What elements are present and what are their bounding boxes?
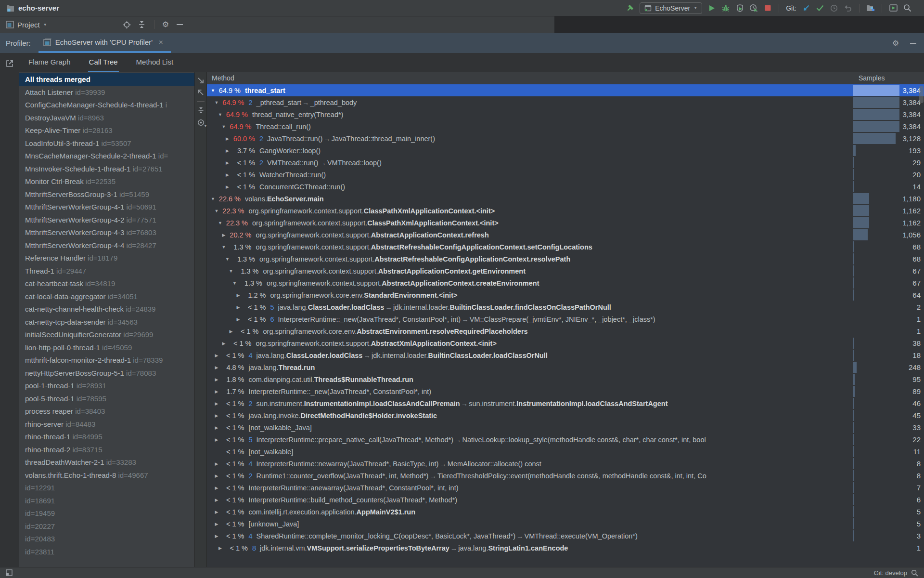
call-tree-row[interactable]: ▶< 1 %WatcherThread::run()20: [207, 169, 924, 181]
thread-list-item[interactable]: id=20483: [19, 533, 194, 546]
collapsed-arrow-icon[interactable]: ▶: [213, 413, 220, 418]
call-tree-row[interactable]: ▶60.0 %2JavaThread::run() → JavaThread::…: [207, 132, 924, 144]
collapsed-arrow-icon[interactable]: ▶: [213, 401, 220, 406]
collapsed-arrow-icon[interactable]: ▶: [213, 425, 220, 430]
vertical-scrollbar[interactable]: [919, 86, 924, 103]
call-tree-row[interactable]: ▶20.2 %org.springframework.context.suppo…: [207, 229, 924, 241]
call-tree-row[interactable]: ▶< 1 %4java.lang.ClassLoader.loadClass →…: [207, 349, 924, 361]
call-tree-row[interactable]: ▶< 1 %5java.lang.ClassLoader.loadClass →…: [207, 301, 924, 313]
collapsed-arrow-icon[interactable]: ▶: [235, 305, 242, 310]
settings-gear-icon[interactable]: ⚙: [162, 21, 169, 28]
collapsed-arrow-icon[interactable]: ▶: [213, 437, 220, 442]
view-options-icon[interactable]: ▼: [197, 119, 205, 126]
collapsed-arrow-icon[interactable]: ▶: [213, 389, 220, 394]
collapsed-arrow-icon[interactable]: ▶: [220, 233, 228, 237]
call-tree-row[interactable]: ▼22.3 %org.springframework.context.suppo…: [207, 205, 924, 217]
thread-list-item[interactable]: cat-local-data-aggregator id=34051: [19, 290, 194, 303]
thread-list-item[interactable]: MtthriftServerWorkerGroup-4-4 id=28427: [19, 239, 194, 252]
thread-list-item[interactable]: rhino-thread-1 id=84995: [19, 431, 194, 444]
call-tree-row[interactable]: ▼22.6 %volans.EchoServer.main1,180: [207, 193, 924, 205]
rollback-icon[interactable]: [844, 4, 852, 13]
profile-icon[interactable]: [749, 4, 758, 13]
expanded-arrow-icon[interactable]: ▼: [220, 245, 228, 250]
thread-list-item[interactable]: id=20227: [19, 520, 194, 533]
thread-list-item[interactable]: mtthrift-falcon-monitor-2-thread-1 id=78…: [19, 354, 194, 367]
build-hammer-icon[interactable]: [626, 4, 634, 13]
expanded-arrow-icon[interactable]: ▼: [224, 257, 231, 262]
collapsed-arrow-icon[interactable]: ▶: [228, 329, 235, 334]
collapsed-arrow-icon[interactable]: ▶: [235, 317, 242, 322]
thread-list-item[interactable]: Reference Handler id=18179: [19, 252, 194, 265]
thread-list-item[interactable]: LoadInfoUtil-3-thread-1 id=53507: [19, 137, 194, 150]
stop-icon[interactable]: [763, 4, 772, 13]
history-icon[interactable]: [830, 4, 838, 13]
services-icon[interactable]: [889, 4, 898, 13]
call-tree-row[interactable]: ▶4.8 %java.lang.Thread.run248: [207, 361, 924, 373]
collapsed-arrow-icon[interactable]: ▶: [213, 353, 220, 358]
call-tree-row[interactable]: ▼64.9 %Thread::call_run()3,384: [207, 120, 924, 132]
collapsed-arrow-icon[interactable]: ▶: [224, 160, 231, 165]
thread-list-item[interactable]: id=18691: [19, 495, 194, 508]
call-tree-row[interactable]: ▶< 1 %org.springframework.core.env.Abstr…: [207, 325, 924, 337]
collapsed-arrow-icon[interactable]: ▶: [213, 510, 220, 514]
call-tree-row[interactable]: ▶< 1 %InterpreterRuntime::anewarray(Java…: [207, 482, 924, 494]
thread-list-item[interactable]: Keep-Alive-Timer id=28163: [19, 124, 194, 137]
call-tree-row[interactable]: ▶< 1 %5InterpreterRuntime::prepare_nativ…: [207, 434, 924, 446]
project-selector[interactable]: Project: [17, 21, 40, 29]
call-tree-row[interactable]: ▶< 1 %[unknown_Java]5: [207, 518, 924, 530]
thread-list-item[interactable]: lion-http-poll-0-thread-1 id=45059: [19, 342, 194, 355]
thread-list-item[interactable]: cat-netty-tcp-data-sender id=34563: [19, 316, 194, 329]
thread-list-item[interactable]: MnsInvoker-Schedule-1-thread-1 id=27651: [19, 163, 194, 176]
call-tree-row[interactable]: ▶< 1 %java.lang.invoke.DirectMethodHandl…: [207, 409, 924, 421]
call-tree-row[interactable]: ▶< 1 %2VMThread::run() → VMThread::loop(…: [207, 157, 924, 169]
tab-flame-graph[interactable]: Flame Graph: [27, 53, 72, 72]
collapse-all-icon[interactable]: [138, 20, 146, 29]
thread-list-item[interactable]: DestroyJavaVM id=8963: [19, 112, 194, 125]
call-tree-row[interactable]: ▶3.7 %GangWorker::loop()193: [207, 144, 924, 157]
open-in-new-window-icon[interactable]: [6, 60, 13, 67]
call-tree-row[interactable]: ▶< 1 %4InterpreterRuntime::newarray(Java…: [207, 458, 924, 470]
collapsed-arrow-icon[interactable]: ▶: [213, 461, 220, 466]
coverage-icon[interactable]: [735, 4, 744, 13]
thread-list-item[interactable]: process reaper id=38403: [19, 405, 194, 418]
collapsed-arrow-icon[interactable]: ▶: [224, 184, 231, 189]
toolwindow-toggle-icon[interactable]: [6, 569, 13, 576]
call-tree-row[interactable]: ▶< 1 %org.springframework.context.suppor…: [207, 337, 924, 349]
call-tree-row[interactable]: ▶1.2 %org.springframework.core.env.Stand…: [207, 289, 924, 301]
call-tree-row[interactable]: ▶< 1 %com.intellij.rt.execution.applicat…: [207, 506, 924, 518]
thread-list-item[interactable]: Thread-1 id=29447: [19, 265, 194, 278]
thread-list-item[interactable]: All threads merged: [19, 73, 194, 86]
locate-icon[interactable]: [123, 20, 131, 29]
tab-call-tree[interactable]: Call Tree: [88, 53, 119, 72]
thread-list-item[interactable]: pool-1-thread-1 id=28931: [19, 380, 194, 393]
hide-icon[interactable]: [909, 39, 917, 48]
call-tree-row[interactable]: ▶< 1 %ConcurrentGCThread::run()14: [207, 181, 924, 193]
call-tree-row[interactable]: ▼22.3 %org.springframework.context.suppo…: [207, 217, 924, 229]
thread-list-item[interactable]: cat-heartbeat-task id=34819: [19, 277, 194, 290]
arrow-down-right-icon[interactable]: [197, 77, 204, 84]
thread-list-item[interactable]: rhino-thread-2 id=83715: [19, 444, 194, 457]
call-tree-row[interactable]: ▶1.7 %InterpreterRuntime::_new(JavaThrea…: [207, 385, 924, 397]
thread-list-item[interactable]: ConfigCacheManager-Schedule-4-thread-1 i: [19, 99, 194, 112]
run-icon[interactable]: [707, 4, 716, 13]
thread-list-item[interactable]: nettyHttpServerBossGroup-5-1 id=78083: [19, 367, 194, 380]
collapsed-arrow-icon[interactable]: ▶: [217, 546, 224, 551]
collapsed-arrow-icon[interactable]: ▶: [213, 365, 220, 370]
git-branch-widget[interactable]: Git: develop: [874, 569, 907, 577]
collapsed-arrow-icon[interactable]: ▶: [213, 473, 220, 478]
thread-list-item[interactable]: MnsCacheManager-Schedule-2-thread-1 id=: [19, 150, 194, 163]
call-tree-row[interactable]: ▼1.3 %org.springframework.context.suppor…: [207, 277, 924, 289]
expanded-arrow-icon[interactable]: ▼: [217, 221, 224, 225]
collapsed-arrow-icon[interactable]: ▶: [213, 486, 220, 490]
update-project-icon[interactable]: [802, 4, 810, 13]
collapse-all-icon[interactable]: [198, 107, 204, 114]
collapsed-arrow-icon[interactable]: ▶: [235, 293, 242, 298]
tab-method-list[interactable]: Method List: [135, 53, 175, 72]
profiler-session-tab[interactable]: EchoServer with 'CPU Profiler' ✕: [38, 33, 171, 53]
collapsed-arrow-icon[interactable]: ▶: [213, 377, 220, 382]
collapsed-arrow-icon[interactable]: ▶: [213, 534, 220, 539]
expanded-arrow-icon[interactable]: ▼: [209, 197, 217, 201]
call-tree-row[interactable]: < 1 %[not_walkable]11: [207, 446, 924, 458]
thread-list-item[interactable]: rhino-server id=84483: [19, 418, 194, 431]
thread-list-item[interactable]: MtthriftServerWorkerGroup-4-1 id=50691: [19, 201, 194, 214]
